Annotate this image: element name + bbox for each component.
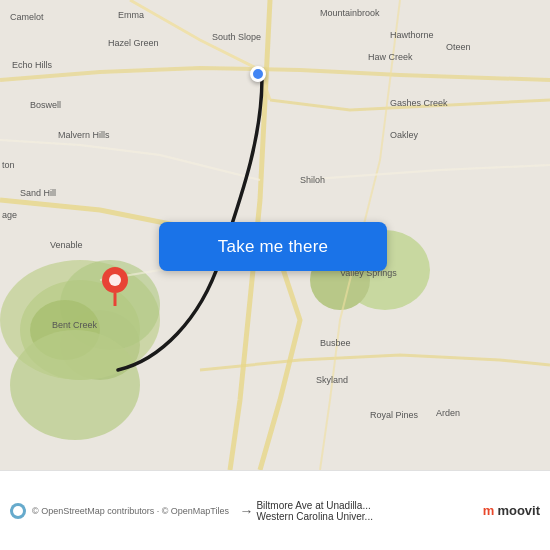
attribution-text: © OpenStreetMap contributors · © OpenMap… xyxy=(32,506,229,516)
bottom-bar: © OpenStreetMap contributors · © OpenMap… xyxy=(0,470,550,550)
origin-location-dot xyxy=(250,66,266,82)
route-arrow-icon: → xyxy=(236,501,256,521)
moovit-logo: m moovit xyxy=(483,503,540,518)
osm-logo xyxy=(10,503,26,519)
route-from-label: Biltmore Ave at Unadilla... xyxy=(256,500,370,511)
green-area xyxy=(10,330,140,440)
route-info: Biltmore Ave at Unadilla... Western Caro… xyxy=(256,500,482,522)
moovit-m-letter: m xyxy=(483,503,495,518)
take-me-there-button[interactable]: Take me there xyxy=(159,222,387,271)
route-to-label: Western Carolina Univer... xyxy=(256,511,373,522)
take-me-there-label: Take me there xyxy=(218,237,328,257)
attribution-section: © OpenStreetMap contributors · © OpenMap… xyxy=(10,503,236,519)
moovit-logo-section: m moovit xyxy=(483,503,540,518)
svg-point-1 xyxy=(109,274,121,286)
map-view: CamelotEmmaMountainbrookHazel GreenSouth… xyxy=(0,0,550,470)
destination-marker xyxy=(101,266,129,310)
moovit-wordmark: moovit xyxy=(497,503,540,518)
